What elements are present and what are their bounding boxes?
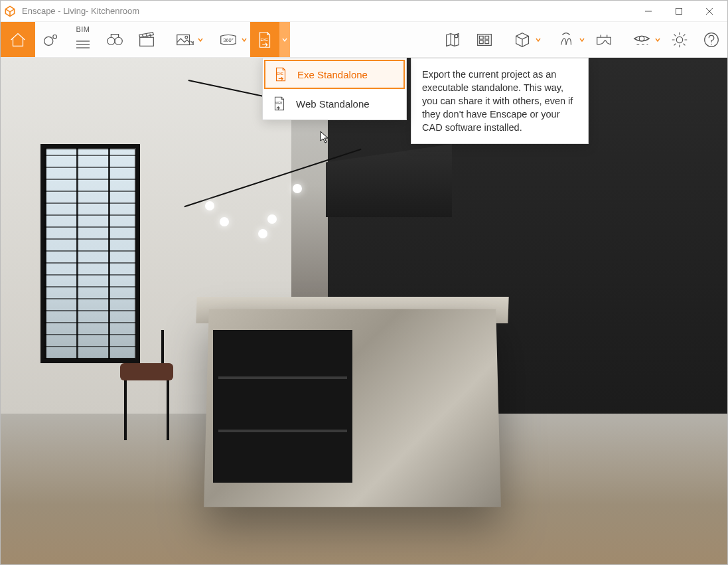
- app-logo-icon: [3, 5, 17, 18]
- scene-chair: [120, 337, 193, 443]
- home-button[interactable]: [1, 22, 35, 57]
- cursor-icon: [320, 131, 329, 144]
- web-export-icon: WEB: [271, 95, 288, 112]
- svg-rect-19: [485, 36, 489, 39]
- exe-export-icon: EXE: [272, 66, 289, 83]
- svg-point-22: [639, 36, 644, 41]
- svg-point-9: [108, 37, 115, 44]
- screenshot-dropdown[interactable]: [163, 22, 206, 57]
- titlebar: Enscape - Living- Kitchenroom: [1, 1, 727, 22]
- bim-label: BIM: [76, 25, 90, 33]
- visual-settings-dropdown[interactable]: [620, 22, 664, 57]
- tooltip-text: Export the current project as an executa…: [422, 69, 573, 133]
- menu-item-web-standalone[interactable]: WEB Web Standalone: [264, 89, 405, 118]
- svg-point-4: [44, 37, 53, 45]
- svg-text:EXE: EXE: [260, 37, 267, 41]
- svg-point-16: [455, 35, 458, 38]
- clapperboard-button[interactable]: [131, 22, 163, 57]
- create-view-button[interactable]: [35, 22, 67, 57]
- collaboration-dropdown[interactable]: [544, 22, 588, 57]
- binoculars-button[interactable]: [99, 22, 131, 57]
- menu-item-label: Exe Standalone: [297, 69, 368, 80]
- svg-point-23: [676, 37, 682, 42]
- menu-item-exe-standalone[interactable]: EXE Exe Standalone: [264, 60, 405, 89]
- scene-window: [40, 144, 140, 363]
- exe-export-chevron[interactable]: [279, 22, 290, 57]
- render-viewport[interactable]: EXE Exe Standalone WEB Web Standalone Ex…: [1, 58, 727, 565]
- svg-rect-18: [480, 36, 484, 39]
- window-maximize-button[interactable]: [664, 1, 694, 22]
- toolbar: BIM 360° EXE: [1, 22, 727, 58]
- svg-text:WEB: WEB: [275, 102, 282, 105]
- svg-text:EXE: EXE: [277, 72, 283, 76]
- tooltip: Export the current project as an executa…: [411, 58, 589, 144]
- window-title: Enscape - Living- Kitchenroom: [22, 6, 633, 16]
- menu-item-label: Web Standalone: [296, 98, 370, 110]
- svg-rect-11: [140, 37, 154, 46]
- exe-export-button[interactable]: EXE: [250, 22, 279, 57]
- svg-point-5: [53, 35, 57, 39]
- scene-shelves: [213, 330, 352, 483]
- panorama-dropdown[interactable]: 360°: [206, 22, 250, 57]
- vr-button[interactable]: [588, 22, 620, 57]
- map-button[interactable]: [437, 22, 469, 57]
- svg-text:360°: 360°: [223, 37, 234, 42]
- svg-rect-20: [480, 40, 484, 43]
- svg-rect-21: [485, 40, 489, 43]
- window-minimize-button[interactable]: [633, 1, 664, 22]
- help-button[interactable]: [695, 22, 727, 57]
- settings-button[interactable]: [664, 22, 695, 57]
- window-close-button[interactable]: [694, 1, 725, 22]
- svg-point-25: [711, 43, 712, 44]
- cube-dropdown[interactable]: [500, 22, 544, 57]
- export-dropdown-menu: EXE Exe Standalone WEB Web Standalone: [262, 58, 407, 120]
- svg-point-13: [185, 36, 188, 39]
- svg-point-10: [115, 37, 122, 44]
- asset-library-button[interactable]: [469, 22, 500, 57]
- bim-info-button[interactable]: BIM: [67, 22, 99, 57]
- svg-rect-1: [676, 8, 682, 14]
